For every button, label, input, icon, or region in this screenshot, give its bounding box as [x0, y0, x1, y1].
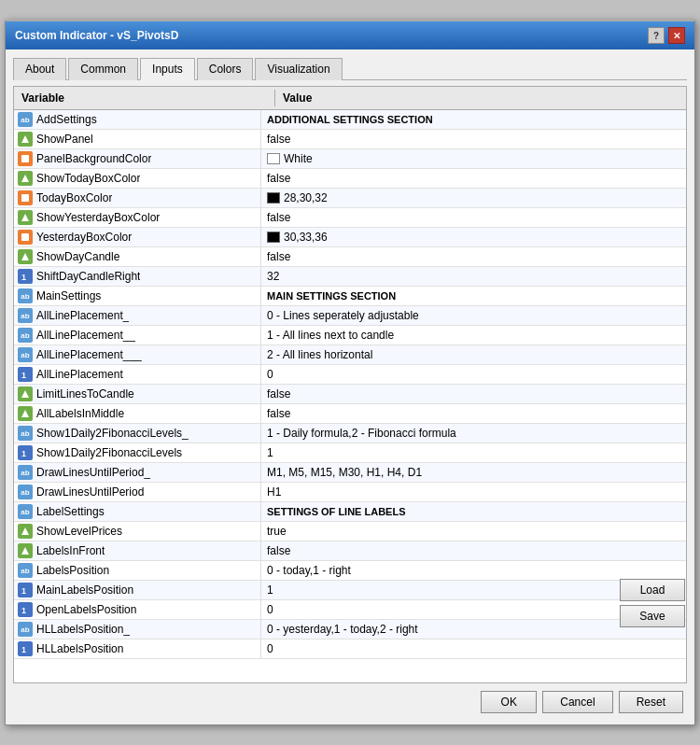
table-row[interactable]: abLabelSettingsSETTINGS OF LINE LABELS: [14, 502, 686, 522]
tab-inputs[interactable]: Inputs: [140, 58, 195, 80]
svg-marker-6: [21, 253, 29, 260]
blue-icon: 1: [18, 583, 33, 597]
help-button[interactable]: ?: [648, 27, 665, 44]
cell-variable: 1HLLabelsPosition: [14, 640, 261, 658]
ok-button[interactable]: OK: [481, 691, 537, 713]
table-row[interactable]: ShowTodayBoxColorfalse: [14, 169, 686, 189]
color-swatch: [267, 232, 280, 243]
value-text: true: [267, 525, 287, 538]
cell-value: MAIN SETTINGS SECTION: [261, 287, 686, 305]
table-row[interactable]: 1OpenLabelsPosition0: [14, 600, 686, 620]
cell-value: 0: [261, 640, 686, 658]
variable-name: Show1Daily2FibonacciLevels: [36, 446, 182, 459]
ab-icon: ab: [18, 328, 33, 343]
value-text: false: [267, 407, 290, 420]
table-row[interactable]: AllLabelsInMiddlefalse: [14, 404, 686, 424]
table-row[interactable]: ShowPanelfalse: [14, 130, 686, 149]
cell-value: 0 - today,1 - right: [261, 561, 686, 580]
title-bar: Custom Indicator - vS_PivotsD ? ✕: [6, 21, 694, 49]
table-row[interactable]: TodayBoxColor28,30,32: [14, 189, 686, 208]
svg-text:1: 1: [21, 449, 26, 457]
reset-button[interactable]: Reset: [619, 691, 683, 713]
load-button[interactable]: Load: [620, 579, 685, 601]
table-row[interactable]: abAddSettingsADDITIONAL SETTINGS SECTION: [14, 110, 686, 130]
save-button[interactable]: Save: [620, 605, 685, 627]
variable-name: HLLabelsPosition_: [36, 623, 130, 636]
variable-name: ShowLevelPrices: [36, 525, 122, 538]
table-body[interactable]: abAddSettingsADDITIONAL SETTINGS SECTION…: [14, 110, 686, 678]
green-icon: [18, 210, 33, 225]
cell-variable: ShowLevelPrices: [14, 522, 261, 541]
cell-variable: 1MainLabelsPosition: [14, 581, 261, 599]
table-row[interactable]: abMainSettingsMAIN SETTINGS SECTION: [14, 287, 686, 306]
cell-variable: PanelBackgroundColor: [14, 149, 261, 168]
cell-variable: 1AllLinePlacement: [14, 365, 261, 384]
cell-value: 1 - Daily formula,2 - Fibonacci formula: [261, 424, 686, 443]
value-text: MAIN SETTINGS SECTION: [267, 290, 396, 302]
table-row[interactable]: 1AllLinePlacement0: [14, 365, 686, 385]
cell-variable: AllLabelsInMiddle: [14, 404, 261, 423]
value-text: false: [267, 172, 290, 185]
tab-colors[interactable]: Colors: [197, 58, 254, 80]
variable-name: PanelBackgroundColor: [36, 152, 151, 165]
svg-marker-9: [21, 390, 29, 398]
orange-icon: [18, 190, 33, 205]
cell-value: 30,33,36: [261, 228, 686, 246]
table-row[interactable]: 1ShiftDayCandleRight32: [14, 267, 686, 287]
tab-common[interactable]: Common: [68, 58, 138, 80]
cell-value: false: [261, 541, 686, 560]
table-row[interactable]: ShowYesterdayBoxColorfalse: [14, 208, 686, 228]
variable-name: AllLabelsInMiddle: [36, 407, 124, 420]
value-text: false: [267, 387, 290, 401]
table-row[interactable]: ShowLevelPricestrue: [14, 522, 686, 541]
cell-variable: 1ShiftDayCandleRight: [14, 267, 261, 286]
header-variable: Variable: [14, 90, 275, 106]
cell-variable: ShowTodayBoxColor: [14, 169, 261, 188]
variable-name: LabelsInFront: [36, 544, 105, 557]
tab-visualization[interactable]: Visualization: [255, 58, 342, 80]
color-swatch: [267, 153, 280, 164]
table-row[interactable]: ShowDayCandlefalse: [14, 247, 686, 267]
table-row[interactable]: 1MainLabelsPosition1: [14, 581, 686, 600]
table-row[interactable]: LabelsInFrontfalse: [14, 541, 686, 561]
green-icon: [18, 249, 33, 264]
table-row[interactable]: abShow1Daily2FibonacciLevels_1 - Daily f…: [14, 424, 686, 443]
close-button[interactable]: ✕: [668, 27, 685, 44]
table-row[interactable]: abAllLinePlacement___2 - All lines horiz…: [14, 345, 686, 365]
tab-about[interactable]: About: [13, 58, 66, 80]
variable-name: DrawLinesUntilPeriod: [36, 485, 144, 499]
ab-icon: ab: [18, 504, 33, 519]
blue-icon: 1: [18, 445, 33, 460]
orange-icon: [18, 230, 33, 245]
table-row[interactable]: abDrawLinesUntilPeriod_M1, M5, M15, M30,…: [14, 463, 686, 483]
variable-name: AllLinePlacement___: [36, 348, 142, 361]
value-text: 0: [267, 368, 273, 381]
value-text: 0 - Lines seperately adjustable: [267, 309, 419, 322]
cell-value: 28,30,32: [261, 189, 686, 207]
table-row[interactable]: 1HLLabelsPosition0: [14, 640, 686, 659]
cell-value: false: [261, 208, 686, 227]
table-row[interactable]: abAllLinePlacement_0 - Lines seperately …: [14, 306, 686, 326]
ab-icon: ab: [18, 465, 33, 480]
variable-name: AllLinePlacement_: [36, 309, 129, 322]
value-text: 0: [267, 603, 273, 616]
ab-icon: ab: [18, 308, 33, 323]
svg-text:1: 1: [21, 606, 26, 614]
table-row[interactable]: LimitLinesToCandlefalse: [14, 385, 686, 404]
table-row[interactable]: YesterdayBoxColor30,33,36: [14, 228, 686, 247]
ab-icon: ab: [18, 288, 33, 303]
table-row[interactable]: abHLLabelsPosition_0 - yesterday,1 - tod…: [14, 620, 686, 640]
cancel-button[interactable]: Cancel: [542, 691, 612, 713]
svg-marker-10: [21, 410, 29, 417]
value-text: 2 - All lines horizontal: [267, 348, 372, 361]
table-row[interactable]: PanelBackgroundColorWhite: [14, 149, 686, 169]
table-row[interactable]: abDrawLinesUntilPeriodH1: [14, 483, 686, 502]
cell-variable: abHLLabelsPosition_: [14, 620, 261, 639]
value-text: false: [267, 250, 290, 263]
cell-variable: abAddSettings: [14, 110, 261, 129]
cell-value: M1, M5, M15, M30, H1, H4, D1: [261, 463, 686, 482]
table-row[interactable]: abAllLinePlacement__1 - All lines next t…: [14, 326, 686, 345]
table-row[interactable]: 1Show1Daily2FibonacciLevels1: [14, 443, 686, 463]
variable-name: HLLabelsPosition: [36, 642, 123, 655]
table-row[interactable]: abLabelsPosition0 - today,1 - right: [14, 561, 686, 581]
